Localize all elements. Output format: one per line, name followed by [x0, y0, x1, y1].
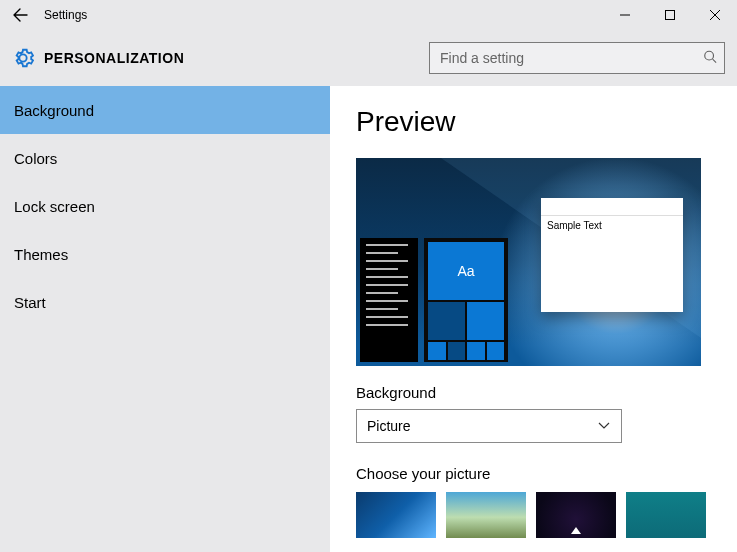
sidebar-item-colors[interactable]: Colors — [0, 134, 330, 182]
preview-start-list — [360, 238, 418, 362]
sample-window-text: Sample Text — [541, 216, 683, 235]
sidebar-item-label: Themes — [14, 246, 68, 263]
minimize-icon — [620, 10, 630, 20]
back-arrow-icon — [12, 7, 28, 23]
close-button[interactable] — [692, 0, 737, 30]
minimize-button[interactable] — [602, 0, 647, 30]
chevron-down-icon — [597, 418, 611, 435]
background-dropdown-value: Picture — [367, 418, 411, 434]
sample-window: Sample Text — [541, 198, 683, 312]
picture-thumbnails — [356, 492, 711, 538]
search-wrap — [429, 42, 725, 74]
sidebar-item-lock-screen[interactable]: Lock screen — [0, 182, 330, 230]
background-label: Background — [356, 384, 711, 401]
choose-picture-label: Choose your picture — [356, 465, 711, 482]
sidebar-item-themes[interactable]: Themes — [0, 230, 330, 278]
title-bar: Settings — [0, 0, 737, 30]
preview-tile-large: Aa — [428, 242, 504, 300]
sidebar-item-label: Start — [14, 294, 46, 311]
picture-thumb-2[interactable] — [446, 492, 526, 538]
preview-box: Sample Text Aa — [356, 158, 701, 366]
sidebar-item-background[interactable]: Background — [0, 86, 330, 134]
picture-thumb-3[interactable] — [536, 492, 616, 538]
page-header: PERSONALIZATION — [0, 30, 737, 86]
sidebar-item-label: Lock screen — [14, 198, 95, 215]
body-split: Background Colors Lock screen Themes Sta… — [0, 86, 737, 552]
preview-dock: Aa — [360, 238, 508, 362]
sidebar-item-label: Background — [14, 102, 94, 119]
section-title: PERSONALIZATION — [44, 50, 184, 66]
sidebar-item-start[interactable]: Start — [0, 278, 330, 326]
window-title: Settings — [44, 8, 87, 22]
sidebar: Background Colors Lock screen Themes Sta… — [0, 86, 330, 552]
preview-heading: Preview — [356, 106, 711, 138]
sample-window-titlebar — [541, 198, 683, 216]
window-controls — [602, 0, 737, 30]
main-content: Preview Sample Text Aa B — [330, 86, 737, 552]
background-dropdown[interactable]: Picture — [356, 409, 622, 443]
gear-icon — [12, 47, 34, 69]
close-icon — [710, 10, 720, 20]
picture-thumb-4[interactable] — [626, 492, 706, 538]
picture-thumb-1[interactable] — [356, 492, 436, 538]
maximize-icon — [665, 10, 675, 20]
search-input[interactable] — [429, 42, 725, 74]
preview-start-tiles: Aa — [424, 238, 508, 362]
maximize-button[interactable] — [647, 0, 692, 30]
sidebar-item-label: Colors — [14, 150, 57, 167]
svg-rect-0 — [665, 11, 674, 20]
back-button[interactable] — [8, 7, 32, 23]
